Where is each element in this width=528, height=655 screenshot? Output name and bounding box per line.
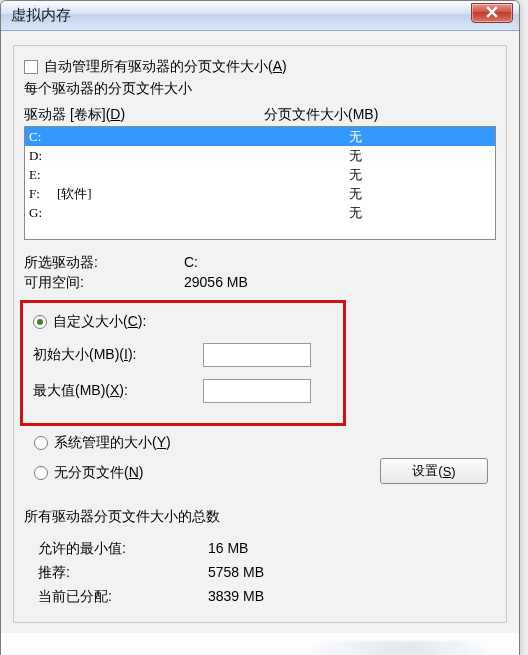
titlebar[interactable]: 虚拟内存: [1, 1, 519, 31]
drive-row[interactable]: D: 无: [25, 146, 495, 165]
no-pagefile-radio[interactable]: [34, 466, 48, 480]
main-groupbox: 自动管理所有驱动器的分页文件大小(A) 每个驱动器的分页文件大小 驱动器 [卷标…: [13, 45, 507, 623]
auto-manage-label: 自动管理所有驱动器的分页文件大小(A): [44, 58, 287, 76]
max-size-label: 最大值(MB)(X):: [33, 382, 203, 400]
highlight-box: 自定义大小(C): 初始大小(MB)(I): 最大值(MB)(X):: [20, 300, 346, 426]
drive-list-header: 驱动器 [卷标](D) 分页文件大小(MB): [24, 106, 496, 124]
footer: [1, 633, 519, 655]
drive-listbox[interactable]: C: 无 D: 无 E: 无 F: [软件] 无: [24, 126, 496, 240]
system-managed-option[interactable]: 系统管理的大小(Y): [34, 428, 496, 458]
set-button[interactable]: 设置(S): [380, 458, 488, 484]
custom-size-option[interactable]: 自定义大小(C):: [33, 307, 333, 337]
free-space-row: 可用空间: 29056 MB: [24, 274, 496, 292]
totals-section: 所有驱动器分页文件大小的总数 允许的最小值: 16 MB 推荐: 5758 MB…: [24, 508, 496, 608]
drive-row[interactable]: C: 无: [25, 127, 495, 146]
virtual-memory-window: 虚拟内存 自动管理所有驱动器的分页文件大小(A) 每个驱动器的分页文件大小 驱动…: [0, 0, 520, 655]
size-column-header: 分页文件大小(MB): [264, 106, 378, 124]
selected-drive-row: 所选驱动器: C:: [24, 254, 496, 272]
close-icon: [486, 6, 498, 21]
window-title: 虚拟内存: [11, 6, 71, 25]
max-size-row: 最大值(MB)(X):: [33, 373, 333, 409]
totals-min: 允许的最小值: 16 MB: [24, 536, 496, 560]
initial-size-label: 初始大小(MB)(I):: [33, 346, 203, 364]
no-pagefile-label: 无分页文件(N): [54, 464, 143, 482]
watermark-smudge: [309, 641, 489, 655]
auto-manage-checkbox[interactable]: [24, 60, 38, 74]
drive-row[interactable]: G: 无: [25, 203, 495, 222]
close-button[interactable]: [471, 3, 513, 23]
max-size-input[interactable]: [203, 379, 311, 403]
initial-size-row: 初始大小(MB)(I):: [33, 337, 333, 373]
client-area: 自动管理所有驱动器的分页文件大小(A) 每个驱动器的分页文件大小 驱动器 [卷标…: [1, 31, 519, 633]
custom-size-label: 自定义大小(C):: [53, 313, 146, 331]
custom-size-radio[interactable]: [33, 315, 47, 329]
totals-title: 所有驱动器分页文件大小的总数: [24, 508, 496, 526]
drive-row[interactable]: F: [软件] 无: [25, 184, 495, 203]
totals-cur: 当前已分配: 3839 MB: [24, 584, 496, 608]
system-managed-radio[interactable]: [34, 436, 48, 450]
per-drive-label: 每个驱动器的分页文件大小: [24, 80, 496, 98]
initial-size-input[interactable]: [203, 343, 311, 367]
drive-column-header: 驱动器 [卷标](D): [24, 106, 264, 124]
auto-manage-row: 自动管理所有驱动器的分页文件大小(A): [24, 58, 496, 76]
totals-rec: 推荐: 5758 MB: [24, 560, 496, 584]
system-managed-label: 系统管理的大小(Y): [54, 434, 171, 452]
drive-row[interactable]: E: 无: [25, 165, 495, 184]
